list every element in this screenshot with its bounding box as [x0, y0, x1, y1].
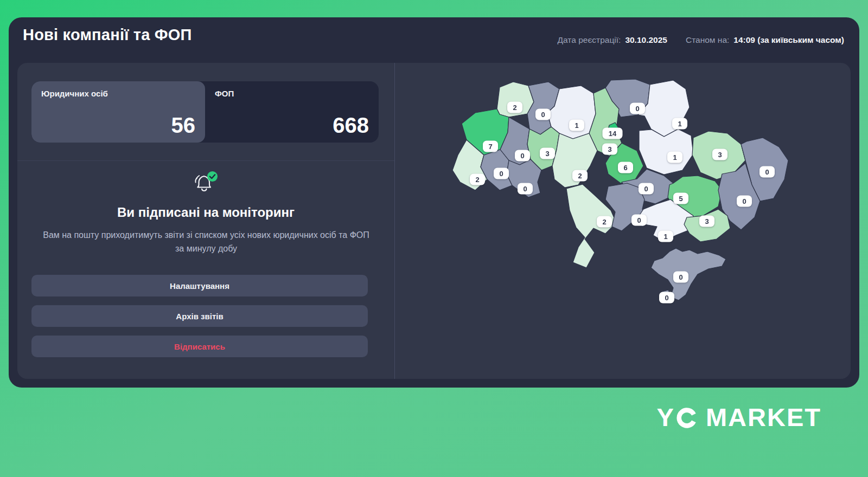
- region-badge-dnipropetrovsk: 5: [673, 193, 688, 204]
- section-divider: [17, 160, 394, 161]
- stat-value: 668: [215, 114, 369, 136]
- map-pane: 2011430170326130200050201300: [395, 63, 851, 379]
- as-of-value: 14:09 (за київським часом): [733, 35, 844, 45]
- stat-label: ФОП: [215, 89, 369, 98]
- region-badge-odesa: 2: [597, 216, 612, 228]
- badge-value: 0: [679, 273, 682, 281]
- subscription-title: Ви підписані на моніторинг: [17, 205, 394, 220]
- badge-value: 3: [705, 217, 709, 225]
- region-badge-vinnytsia: 2: [572, 170, 588, 182]
- page-title: Нові компанії та ФОП: [23, 26, 192, 44]
- logo-text-market: MARKET: [706, 402, 821, 432]
- region-badge-lviv: 7: [483, 141, 498, 152]
- badge-value: 5: [679, 195, 682, 203]
- region-badge-kyiv-oblast: 3: [602, 144, 617, 155]
- stats-card-group: Юридичних осіб 56 ФОП 668: [31, 81, 379, 143]
- region-badge-volyn: 2: [507, 102, 522, 113]
- region-poltava[interactable]: [639, 129, 693, 175]
- region-badge-crimea: 0: [673, 272, 688, 283]
- badge-value: 0: [637, 216, 641, 224]
- as-of-time: Станом на: 14:09 (за київським часом): [686, 35, 844, 45]
- registration-date-label: Дата реєстрації:: [558, 35, 621, 45]
- badge-value: 0: [541, 111, 545, 119]
- ukraine-map: 2011430170326130200050201300: [448, 79, 790, 307]
- badge-value: 3: [718, 151, 722, 159]
- region-badge-chernivtsi: 0: [518, 183, 533, 195]
- region-badge-zaporizhzhia: 3: [699, 216, 714, 227]
- badge-value: 0: [765, 168, 769, 176]
- region-badge-zhytomyr: 1: [569, 120, 584, 131]
- region-badge-ternopil: 0: [515, 150, 530, 162]
- stat-card-legal-entities[interactable]: Юридичних осіб 56: [31, 81, 205, 143]
- region-badge-kirovohrad: 0: [639, 183, 654, 195]
- region-badge-zakarpattia: 2: [470, 174, 485, 185]
- badge-value: 1: [575, 121, 578, 130]
- region-badge-kharkiv: 3: [712, 149, 727, 160]
- badge-value: 0: [523, 185, 527, 193]
- badge-value: 1: [663, 233, 667, 241]
- page-background: { "header": { "title": "Нові компанії та…: [0, 0, 868, 477]
- content-area: Юридичних осіб 56 ФОП 668: [17, 63, 851, 379]
- region-badge-sevastopol: 0: [659, 292, 674, 304]
- logo-letter-y: Y: [657, 402, 674, 432]
- region-badge-khmelnytskyi: 3: [540, 148, 555, 159]
- badge-value: 6: [623, 164, 627, 172]
- bell-check-icon: [17, 170, 394, 194]
- registration-date: Дата реєстрації: 30.10.2025: [558, 35, 667, 45]
- region-badge-sumy: 1: [672, 118, 687, 130]
- region-badge-cherkasy: 6: [618, 162, 633, 173]
- badge-value: 0: [635, 105, 639, 113]
- summary-pane: Юридичних осіб 56 ФОП 668: [17, 63, 395, 379]
- badge-value: 1: [678, 120, 681, 128]
- settings-button[interactable]: Налаштування: [31, 275, 368, 296]
- region-badge-kherson: 1: [658, 231, 673, 242]
- region-badge-kyiv-city: 14: [603, 128, 623, 139]
- badge-value: 7: [488, 143, 492, 151]
- region-badge-rivne: 0: [535, 109, 551, 120]
- stat-card-fop[interactable]: ФОП 668: [205, 81, 379, 143]
- badge-value: 0: [520, 152, 524, 160]
- header-meta: Дата реєстрації: 30.10.2025 Станом на: 1…: [558, 35, 844, 45]
- badge-value: 1: [673, 153, 676, 162]
- badge-value: 0: [499, 170, 503, 178]
- reports-archive-button[interactable]: Архів звітів: [31, 305, 368, 327]
- badge-value: 3: [545, 150, 549, 158]
- stat-value: 56: [41, 114, 195, 136]
- as-of-label: Станом на:: [686, 35, 729, 45]
- map-regions: [452, 79, 788, 300]
- badge-value: 0: [742, 197, 746, 205]
- stat-label: Юридичних осіб: [41, 89, 195, 98]
- region-badge-ivano-frankivsk: 0: [494, 168, 509, 179]
- region-badge-luhansk: 0: [760, 166, 775, 178]
- badge-value: 14: [609, 130, 617, 138]
- logo-c-icon: [675, 407, 698, 429]
- badge-value: 2: [578, 172, 582, 180]
- badge-value: 0: [644, 185, 648, 193]
- badge-value: 2: [602, 218, 606, 226]
- unsubscribe-button[interactable]: Відписатись: [31, 336, 368, 357]
- registration-date-value: 30.10.2025: [625, 35, 667, 45]
- region-badge-donetsk: 0: [737, 196, 752, 207]
- badge-value: 0: [665, 294, 668, 302]
- region-badge-poltava: 1: [667, 152, 682, 163]
- region-badge-mykolaiv: 0: [631, 215, 647, 226]
- badge-value: 3: [608, 145, 611, 153]
- badge-value: 2: [475, 176, 479, 184]
- badge-value: 2: [513, 104, 516, 112]
- main-panel: Нові компанії та ФОП Дата реєстрації: 30…: [9, 17, 859, 388]
- yc-market-logo: Y MARKET: [657, 402, 821, 432]
- region-badge-chernihiv: 0: [630, 103, 645, 114]
- subscription-description: Вам на пошту приходитимуть звіти зі спис…: [38, 229, 374, 256]
